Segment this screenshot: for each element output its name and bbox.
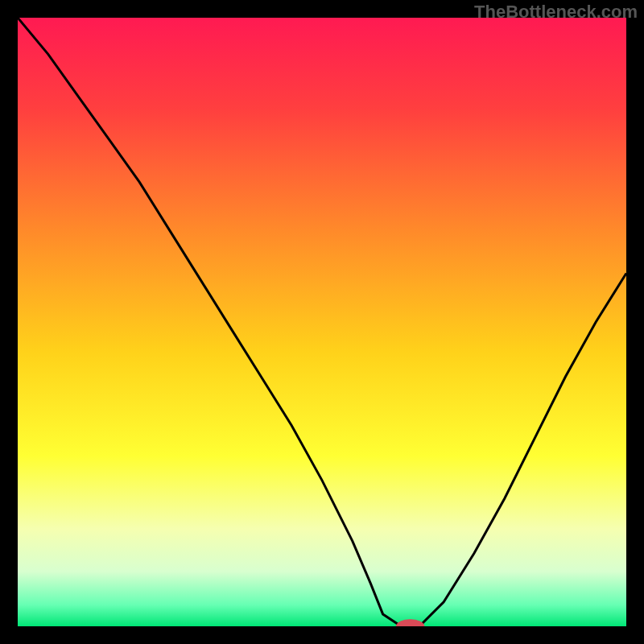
gradient-background [18, 18, 626, 626]
watermark-text: TheBottleneck.com [474, 2, 638, 23]
plot-area [18, 18, 626, 626]
chart-svg [18, 18, 626, 626]
chart-frame: TheBottleneck.com [0, 0, 644, 644]
